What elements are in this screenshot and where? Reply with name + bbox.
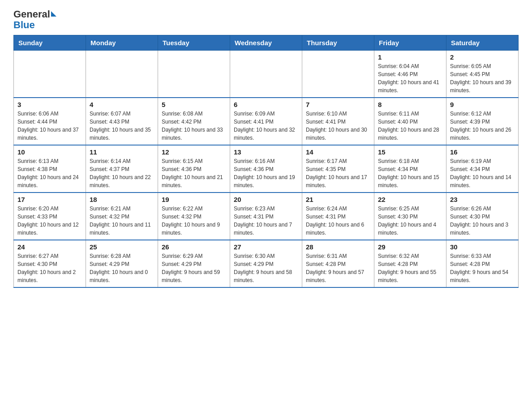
logo: General Blue (13, 9, 56, 30)
day-info: Sunrise: 6:12 AMSunset: 4:39 PMDaylight:… (450, 110, 515, 142)
weekday-header-tuesday: Tuesday (158, 35, 230, 51)
day-number: 2 (450, 53, 515, 61)
day-number: 13 (234, 148, 298, 156)
calendar-cell (86, 51, 158, 98)
day-number: 3 (17, 101, 82, 108)
day-info: Sunrise: 6:24 AMSunset: 4:31 PMDaylight:… (306, 205, 370, 237)
day-number: 19 (162, 196, 226, 203)
calendar-cell: 18Sunrise: 6:21 AMSunset: 4:32 PMDayligh… (86, 193, 158, 240)
calendar-cell: 28Sunrise: 6:31 AMSunset: 4:28 PMDayligh… (302, 240, 374, 287)
weekday-header-wednesday: Wednesday (230, 35, 302, 51)
day-info: Sunrise: 6:21 AMSunset: 4:32 PMDaylight:… (90, 205, 154, 237)
calendar-cell: 27Sunrise: 6:30 AMSunset: 4:29 PMDayligh… (230, 240, 302, 287)
day-info: Sunrise: 6:33 AMSunset: 4:28 PMDaylight:… (450, 252, 515, 284)
calendar-cell: 24Sunrise: 6:27 AMSunset: 4:30 PMDayligh… (14, 240, 86, 287)
logo-general-text: General (13, 9, 50, 20)
calendar-week-4: 17Sunrise: 6:20 AMSunset: 4:33 PMDayligh… (14, 193, 519, 240)
day-number: 1 (378, 53, 442, 61)
day-info: Sunrise: 6:07 AMSunset: 4:43 PMDaylight:… (90, 110, 154, 142)
calendar-cell: 13Sunrise: 6:16 AMSunset: 4:36 PMDayligh… (230, 145, 302, 193)
calendar-week-5: 24Sunrise: 6:27 AMSunset: 4:30 PMDayligh… (14, 240, 519, 287)
calendar-cell: 20Sunrise: 6:23 AMSunset: 4:31 PMDayligh… (230, 193, 302, 240)
weekday-header-saturday: Saturday (446, 35, 519, 51)
calendar-cell: 23Sunrise: 6:26 AMSunset: 4:30 PMDayligh… (446, 193, 519, 240)
day-info: Sunrise: 6:10 AMSunset: 4:41 PMDaylight:… (306, 110, 370, 142)
day-number: 18 (90, 196, 154, 203)
logo-triangle-icon (51, 11, 56, 17)
calendar-body: 1Sunrise: 6:04 AMSunset: 4:46 PMDaylight… (14, 51, 519, 288)
day-info: Sunrise: 6:27 AMSunset: 4:30 PMDaylight:… (17, 252, 82, 284)
day-info: Sunrise: 6:25 AMSunset: 4:30 PMDaylight:… (378, 205, 442, 237)
day-info: Sunrise: 6:06 AMSunset: 4:44 PMDaylight:… (17, 110, 82, 142)
calendar-week-3: 10Sunrise: 6:13 AMSunset: 4:38 PMDayligh… (14, 145, 519, 193)
day-number: 4 (90, 101, 154, 108)
day-info: Sunrise: 6:19 AMSunset: 4:34 PMDaylight:… (450, 157, 515, 189)
page-header: General Blue (13, 9, 519, 30)
weekday-header-sunday: Sunday (14, 35, 86, 51)
calendar-cell: 14Sunrise: 6:17 AMSunset: 4:35 PMDayligh… (302, 145, 374, 193)
weekday-header-row: SundayMondayTuesdayWednesdayThursdayFrid… (14, 35, 519, 51)
calendar-cell: 5Sunrise: 6:08 AMSunset: 4:42 PMDaylight… (158, 98, 230, 145)
calendar-cell: 17Sunrise: 6:20 AMSunset: 4:33 PMDayligh… (14, 193, 86, 240)
calendar-cell: 12Sunrise: 6:15 AMSunset: 4:36 PMDayligh… (158, 145, 230, 193)
day-info: Sunrise: 6:28 AMSunset: 4:29 PMDaylight:… (90, 252, 154, 284)
calendar-cell: 9Sunrise: 6:12 AMSunset: 4:39 PMDaylight… (446, 98, 519, 145)
day-info: Sunrise: 6:16 AMSunset: 4:36 PMDaylight:… (234, 157, 298, 189)
day-number: 8 (378, 101, 442, 108)
day-info: Sunrise: 6:31 AMSunset: 4:28 PMDaylight:… (306, 252, 370, 284)
day-number: 17 (17, 196, 82, 203)
day-info: Sunrise: 6:30 AMSunset: 4:29 PMDaylight:… (234, 252, 298, 284)
calendar-cell: 4Sunrise: 6:07 AMSunset: 4:43 PMDaylight… (86, 98, 158, 145)
calendar-cell: 2Sunrise: 6:05 AMSunset: 4:45 PMDaylight… (446, 51, 519, 98)
day-info: Sunrise: 6:26 AMSunset: 4:30 PMDaylight:… (450, 205, 515, 237)
day-number: 23 (450, 196, 515, 203)
calendar-cell: 29Sunrise: 6:32 AMSunset: 4:28 PMDayligh… (374, 240, 446, 287)
day-number: 30 (450, 243, 515, 251)
day-number: 27 (234, 243, 298, 251)
calendar-cell (14, 51, 86, 98)
day-number: 9 (450, 101, 515, 108)
day-number: 16 (450, 148, 515, 156)
weekday-header-monday: Monday (86, 35, 158, 51)
day-number: 10 (17, 148, 82, 156)
day-number: 26 (162, 243, 226, 251)
day-number: 22 (378, 196, 442, 203)
calendar-week-1: 1Sunrise: 6:04 AMSunset: 4:46 PMDaylight… (14, 51, 519, 98)
calendar-cell: 19Sunrise: 6:22 AMSunset: 4:32 PMDayligh… (158, 193, 230, 240)
weekday-header-friday: Friday (374, 35, 446, 51)
day-info: Sunrise: 6:22 AMSunset: 4:32 PMDaylight:… (162, 205, 226, 237)
calendar-cell: 26Sunrise: 6:29 AMSunset: 4:29 PMDayligh… (158, 240, 230, 287)
day-info: Sunrise: 6:04 AMSunset: 4:46 PMDaylight:… (378, 62, 442, 94)
day-number: 14 (306, 148, 370, 156)
day-info: Sunrise: 6:23 AMSunset: 4:31 PMDaylight:… (234, 205, 298, 237)
day-info: Sunrise: 6:17 AMSunset: 4:35 PMDaylight:… (306, 157, 370, 189)
day-number: 7 (306, 101, 370, 108)
day-number: 6 (234, 101, 298, 108)
calendar-header: SundayMondayTuesdayWednesdayThursdayFrid… (14, 35, 519, 51)
day-number: 20 (234, 196, 298, 203)
calendar-cell: 6Sunrise: 6:09 AMSunset: 4:41 PMDaylight… (230, 98, 302, 145)
calendar-cell: 22Sunrise: 6:25 AMSunset: 4:30 PMDayligh… (374, 193, 446, 240)
calendar-table: SundayMondayTuesdayWednesdayThursdayFrid… (13, 35, 519, 288)
day-number: 12 (162, 148, 226, 156)
day-info: Sunrise: 6:05 AMSunset: 4:45 PMDaylight:… (450, 62, 515, 94)
calendar-cell: 15Sunrise: 6:18 AMSunset: 4:34 PMDayligh… (374, 145, 446, 193)
calendar-cell (230, 51, 302, 98)
day-number: 15 (378, 148, 442, 156)
calendar-week-2: 3Sunrise: 6:06 AMSunset: 4:44 PMDaylight… (14, 98, 519, 145)
calendar-cell: 16Sunrise: 6:19 AMSunset: 4:34 PMDayligh… (446, 145, 519, 193)
calendar-cell: 1Sunrise: 6:04 AMSunset: 4:46 PMDaylight… (374, 51, 446, 98)
day-number: 24 (17, 243, 82, 251)
weekday-header-thursday: Thursday (302, 35, 374, 51)
day-info: Sunrise: 6:18 AMSunset: 4:34 PMDaylight:… (378, 157, 442, 189)
day-info: Sunrise: 6:11 AMSunset: 4:40 PMDaylight:… (378, 110, 442, 142)
calendar-cell: 8Sunrise: 6:11 AMSunset: 4:40 PMDaylight… (374, 98, 446, 145)
day-number: 11 (90, 148, 154, 156)
calendar-cell (302, 51, 374, 98)
calendar-cell: 3Sunrise: 6:06 AMSunset: 4:44 PMDaylight… (14, 98, 86, 145)
day-info: Sunrise: 6:29 AMSunset: 4:29 PMDaylight:… (162, 252, 226, 284)
calendar-cell: 25Sunrise: 6:28 AMSunset: 4:29 PMDayligh… (86, 240, 158, 287)
day-info: Sunrise: 6:13 AMSunset: 4:38 PMDaylight:… (17, 157, 82, 189)
calendar-cell: 21Sunrise: 6:24 AMSunset: 4:31 PMDayligh… (302, 193, 374, 240)
day-info: Sunrise: 6:14 AMSunset: 4:37 PMDaylight:… (90, 157, 154, 189)
